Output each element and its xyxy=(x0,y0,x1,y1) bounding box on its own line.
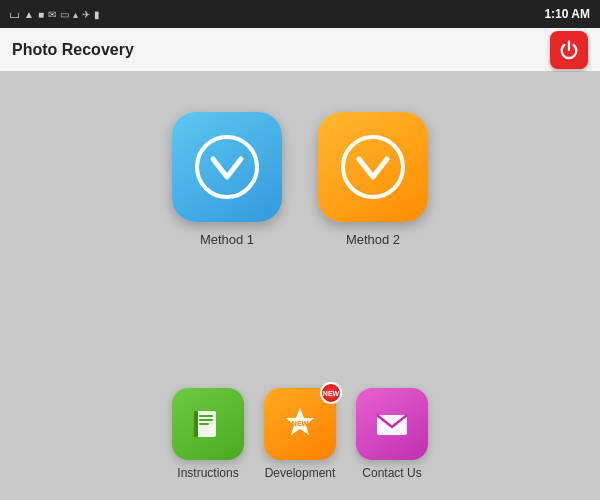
title-bar: Photo Recovery xyxy=(0,28,600,72)
method-1-item[interactable]: Method 1 xyxy=(172,112,282,247)
phone-wrapper: ⌴ ▲ ■ ✉ ▭ ▴ ✈ ▮ 1:10 AM Photo Recovery xyxy=(0,0,600,500)
contact-icon[interactable] xyxy=(356,388,428,460)
image-icon: ■ xyxy=(38,9,44,20)
mail-icon: ✉ xyxy=(48,9,56,20)
method-1-chevron-icon xyxy=(191,131,263,203)
method-2-label: Method 2 xyxy=(346,232,400,247)
method-2-icon[interactable] xyxy=(318,112,428,222)
wifi-icon: ▴ xyxy=(73,9,78,20)
development-wrapper: NEW NEW xyxy=(264,388,336,460)
method-2-item[interactable]: Method 2 xyxy=(318,112,428,247)
svg-point-1 xyxy=(197,137,257,197)
status-bar: ⌴ ▲ ■ ✉ ▭ ▴ ✈ ▮ 1:10 AM xyxy=(0,0,600,28)
method-1-label: Method 1 xyxy=(200,232,254,247)
book-icon xyxy=(189,405,227,443)
battery-icon: ▮ xyxy=(94,9,100,20)
svg-text:NEW: NEW xyxy=(292,420,309,427)
instructions-label: Instructions xyxy=(177,466,238,480)
bottom-row: Instructions NEW NEW Development xyxy=(172,388,428,480)
svg-rect-7 xyxy=(194,411,198,437)
contact-item[interactable]: Contact Us xyxy=(356,388,428,480)
svg-point-2 xyxy=(343,137,403,197)
page-title: Photo Recovery xyxy=(12,41,134,59)
mute-icon: ▭ xyxy=(60,9,69,20)
method-1-icon[interactable] xyxy=(172,112,282,222)
svg-rect-6 xyxy=(199,423,209,425)
status-icons-left: ⌴ ▲ ■ ✉ ▭ ▴ ✈ ▮ xyxy=(10,9,100,20)
status-time: 1:10 AM xyxy=(544,7,590,21)
airplane-icon: ✈ xyxy=(82,9,90,20)
svg-rect-4 xyxy=(199,415,213,417)
instructions-item[interactable]: Instructions xyxy=(172,388,244,480)
instructions-icon[interactable] xyxy=(172,388,244,460)
svg-rect-5 xyxy=(199,419,213,421)
android-icon: ▲ xyxy=(24,9,34,20)
development-label: Development xyxy=(265,466,336,480)
method-2-chevron-icon xyxy=(337,131,409,203)
contact-label: Contact Us xyxy=(362,466,421,480)
power-icon xyxy=(558,39,580,61)
main-content: Method 1 Method 2 xyxy=(0,72,600,500)
new-badge: NEW xyxy=(320,382,342,404)
development-item[interactable]: NEW NEW Development xyxy=(264,388,336,480)
methods-row: Method 1 Method 2 xyxy=(172,112,428,247)
usb-icon: ⌴ xyxy=(10,9,20,20)
envelope-icon xyxy=(371,403,413,445)
gear-icon: NEW xyxy=(280,404,320,444)
power-button[interactable] xyxy=(550,31,588,69)
